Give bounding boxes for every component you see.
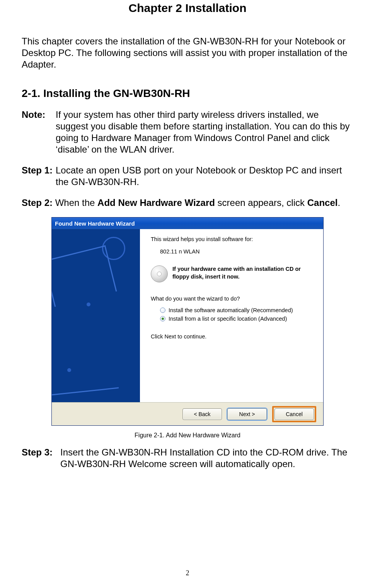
wizard-device: 802.11 n WLAN — [151, 248, 312, 255]
wizard-title: Found New Hardware Wizard — [55, 220, 135, 227]
step2-bold1: Add New Hardware Wizard — [97, 197, 215, 208]
step2-bold2: Cancel — [307, 197, 338, 208]
page: Chapter 2 Installation This chapter cove… — [0, 2, 375, 588]
wizard-main: This wizard helps you install software f… — [140, 229, 323, 402]
side-ring-icon — [102, 237, 125, 260]
step3-label: Step 3: — [22, 447, 60, 470]
step1-label: Step 1: — [22, 165, 56, 188]
radio-option-auto[interactable]: Install the software automatically (Reco… — [160, 307, 312, 313]
radio-icon[interactable] — [160, 308, 165, 313]
wizard-dialog: Found New Hardware Wizard This wizard he… — [51, 217, 324, 426]
wizard-side-graphic — [52, 229, 140, 402]
wizard-click-next: Click Next to continue. — [151, 333, 312, 340]
radio-icon[interactable] — [160, 316, 165, 321]
step2-mid: screen appears, click — [215, 197, 307, 208]
step2-block: Step 2: When the Add New Hardware Wizard… — [22, 197, 353, 209]
wizard-question: What do you want the wizard to do? — [151, 296, 312, 302]
step2-label: Step 2: — [22, 197, 53, 208]
step3-text: Insert the GN-WB30N-RH Installation CD i… — [60, 447, 353, 470]
side-dot-icon — [67, 368, 71, 372]
back-button[interactable]: < Back — [182, 408, 222, 420]
cancel-button[interactable]: Cancel — [274, 408, 314, 420]
wizard-radio-group: Install the software automatically (Reco… — [151, 307, 312, 322]
page-number: 2 — [0, 569, 375, 577]
chapter-title: Chapter 2 Installation — [22, 2, 353, 15]
step1-block: Step 1: Locate an open USB port on your … — [22, 165, 353, 188]
next-button[interactable]: Next > — [227, 408, 267, 420]
section-title: 2-1. Installing the GN-WB30N-RH — [22, 87, 353, 100]
wizard-body: This wizard helps you install software f… — [52, 229, 323, 402]
wizard-cd-text: If your hardware came with an installati… — [172, 265, 312, 280]
intro-paragraph: This chapter covers the installation of … — [22, 36, 353, 70]
wizard-cd-row: If your hardware came with an installati… — [151, 265, 312, 282]
radio-label: Install the software automatically (Reco… — [169, 307, 293, 313]
wizard-titlebar: Found New Hardware Wizard — [52, 218, 323, 229]
wizard-footer: < Back Next > Cancel — [52, 402, 323, 425]
figure-wrap: Found New Hardware Wizard This wizard he… — [22, 217, 353, 439]
side-dot-icon — [87, 302, 90, 306]
wizard-line1: This wizard helps you install software f… — [151, 236, 312, 242]
figure-caption: Figure 2-1. Add New Hardware Wizard — [135, 432, 240, 439]
radio-label: Install from a list or specific location… — [169, 316, 287, 322]
note-text: If your system has other third party wir… — [56, 109, 353, 155]
step1-text: Locate an open USB port on your Notebook… — [56, 165, 353, 188]
note-label: Note: — [22, 109, 56, 155]
note-block: Note: If your system has other third par… — [22, 109, 353, 155]
step3-block: Step 3: Insert the GN-WB30N-RH Installat… — [22, 447, 353, 470]
step2-post: . — [338, 197, 340, 208]
cancel-highlight: Cancel — [272, 406, 316, 422]
cd-icon — [151, 265, 168, 282]
radio-option-advanced[interactable]: Install from a list or specific location… — [160, 316, 312, 322]
step2-pre: When the — [53, 197, 97, 208]
